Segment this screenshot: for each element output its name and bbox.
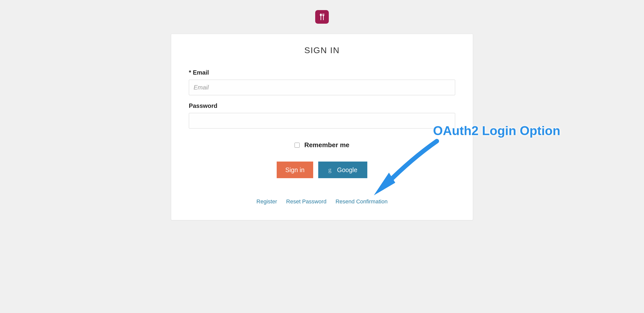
google-button-label: Google [337, 166, 357, 174]
signin-card: SIGN IN * Email Password Remember me Sig… [171, 34, 473, 220]
google-oauth-button[interactable]: g Google [318, 162, 367, 178]
fork-spoon-icon [318, 13, 326, 21]
reset-password-link[interactable]: Reset Password [286, 198, 327, 205]
email-group: * Email [189, 69, 455, 95]
email-label: * Email [189, 69, 455, 76]
signin-button[interactable]: Sign in [277, 162, 313, 178]
button-row: Sign in g Google [189, 162, 455, 178]
password-group: Password [189, 102, 455, 129]
remember-row: Remember me [189, 141, 455, 149]
password-label: Password [189, 102, 455, 109]
app-logo [315, 10, 329, 24]
resend-confirmation-link[interactable]: Resend Confirmation [336, 198, 388, 205]
remember-label: Remember me [304, 141, 349, 149]
remember-checkbox[interactable] [295, 143, 300, 148]
register-link[interactable]: Register [257, 198, 277, 205]
google-icon: g [328, 166, 332, 174]
card-title: SIGN IN [189, 45, 455, 55]
email-field[interactable] [189, 80, 455, 95]
links-row: Register Reset Password Resend Confirmat… [189, 198, 455, 205]
password-field[interactable] [189, 113, 455, 129]
